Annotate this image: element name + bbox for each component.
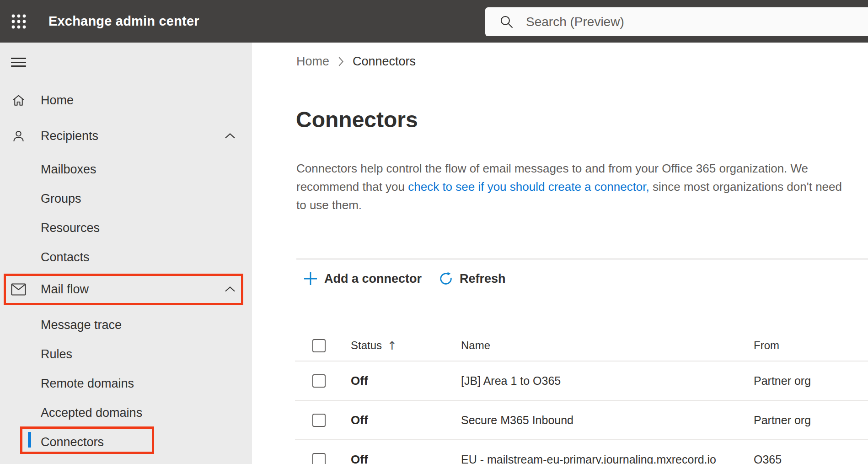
search-input[interactable] [526,7,868,36]
sort-ascending-icon: ↑ [387,339,397,352]
sidebar-item-label: Remote domains [41,377,134,391]
refresh-button[interactable]: Refresh [438,271,506,286]
connector-name[interactable]: EU - mailstream-eu-primary.journaling.mx… [461,453,716,464]
sidebar-item-mail-flow[interactable]: Mail flow [0,275,252,304]
sidebar-item-label: Resources [41,221,100,235]
status-value: Off [351,374,368,388]
page-title: Connectors [296,107,418,133]
sidebar-item-label: Rules [41,347,72,361]
breadcrumb-home-link[interactable]: Home [296,54,329,69]
chevron-right-icon [338,56,344,67]
row-checkbox[interactable] [312,453,326,464]
breadcrumb: Home Connectors [296,54,416,69]
search-icon [499,15,514,29]
add-connector-label: Add a connector [324,272,422,286]
search-box[interactable] [485,7,868,36]
app-header: Exchange admin center [0,0,868,43]
column-header-from[interactable]: From [754,339,868,352]
chevron-up-icon[interactable] [225,133,235,139]
column-header-label: From [754,339,779,351]
envelope-icon [11,282,26,297]
row-checkbox[interactable] [312,414,326,427]
sidebar-nav: Home Recipients Mailboxes Groups Resourc… [0,86,252,457]
status-value: Off [351,413,368,427]
refresh-label: Refresh [460,272,506,286]
status-cell: Off [351,453,461,464]
sidebar-item-remote-domains[interactable]: Remote domains [0,369,252,398]
page-description: Connectors help control the flow of emai… [296,159,851,214]
app-launcher-button[interactable] [10,13,27,30]
status-value: Off [351,453,368,464]
name-cell[interactable]: Secure M365 Inbound [461,414,754,427]
sidebar-item-recipients[interactable]: Recipients [0,121,252,151]
main-content: Home Connectors Connectors Connectors he… [252,43,868,464]
column-header-status[interactable]: Status ↑ [351,339,461,352]
status-cell: Off [351,374,461,388]
column-header-name[interactable]: Name [461,339,754,352]
sidebar-item-resources[interactable]: Resources [0,213,252,243]
sidebar-item-rules[interactable]: Rules [0,340,252,369]
from-value: Partner org [754,414,811,426]
from-cell: Partner org [754,374,868,388]
table-row[interactable]: Off Secure M365 Inbound Partner org [295,401,868,440]
selection-indicator [28,432,31,448]
sidebar-item-label: Accepted domains [41,406,142,420]
person-icon [11,129,26,144]
sidebar-item-label: Message trace [41,318,122,332]
sidebar-item-accepted-domains[interactable]: Accepted domains [0,398,252,427]
table-row[interactable]: Off EU - mailstream-eu-primary.journalin… [295,440,868,464]
sidebar-item-groups[interactable]: Groups [0,184,252,213]
app-title: Exchange admin center [48,0,199,43]
from-cell: Partner org [754,414,868,427]
column-header-label: Status [351,339,382,352]
name-cell[interactable]: EU - mailstream-eu-primary.journaling.mx… [461,453,754,464]
sidebar-item-label: Mailboxes [41,162,96,177]
breadcrumb-current: Connectors [353,54,416,69]
select-all-checkbox[interactable] [312,339,326,352]
sidebar-item-label: Home [41,93,74,108]
toolbar: Add a connector Refresh [297,268,506,290]
table-row[interactable]: Off [JB] Area 1 to O365 Partner org [295,361,868,401]
from-value: Partner org [754,374,811,387]
refresh-icon [438,271,454,286]
sidebar-item-label: Mail flow [41,282,89,297]
from-cell: O365 [754,453,868,464]
hamburger-icon [11,58,26,59]
sidebar-item-mailboxes[interactable]: Mailboxes [0,155,252,184]
sidebar: Home Recipients Mailboxes Groups Resourc… [0,43,252,464]
sidebar-item-connectors[interactable]: Connectors [0,427,252,457]
menu-toggle-button[interactable] [11,58,26,67]
waffle-icon [11,14,27,29]
sidebar-item-label: Contacts [41,250,90,264]
plus-icon [303,271,318,286]
create-connector-link[interactable]: check to see if you should create a conn… [408,180,649,194]
sidebar-item-label: Connectors [41,435,104,449]
sidebar-item-contacts[interactable]: Contacts [0,243,252,272]
sidebar-item-message-trace[interactable]: Message trace [0,310,252,340]
connectors-table: Status ↑ Name From Off [JB] Area 1 to O3… [295,330,868,464]
column-header-label: Name [461,339,490,351]
row-checkbox[interactable] [312,374,326,388]
home-icon [11,93,26,108]
sidebar-item-label: Groups [41,192,81,206]
status-cell: Off [351,413,461,427]
add-connector-button[interactable]: Add a connector [297,271,422,286]
connector-name[interactable]: Secure M365 Inbound [461,414,573,426]
sidebar-item-home[interactable]: Home [0,86,252,115]
from-value: O365 [754,453,782,464]
chevron-up-icon[interactable] [225,286,235,292]
sidebar-item-label: Recipients [41,129,98,143]
content-divider [296,259,868,259]
connector-name[interactable]: [JB] Area 1 to O365 [461,374,561,387]
name-cell[interactable]: [JB] Area 1 to O365 [461,374,754,388]
table-header-row: Status ↑ Name From [295,330,868,361]
